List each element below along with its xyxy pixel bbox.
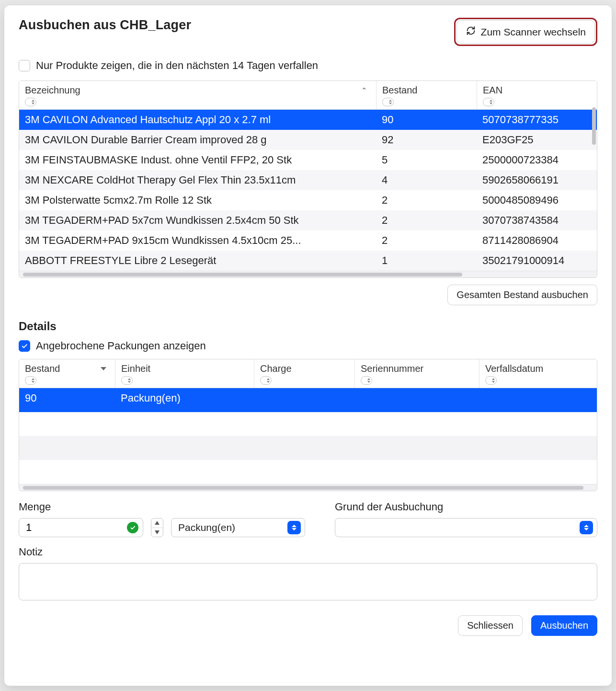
cell-name: 3M FEINSTAUBMASKE Indust. ohne Ventil FF… bbox=[19, 150, 376, 170]
cell-name: 3M NEXCARE ColdHot Therapy Gel Flex Thin… bbox=[19, 170, 376, 190]
col-bezeichnung[interactable]: Bezeichnung⌃ bbox=[19, 81, 376, 109]
cell-stock: 90 bbox=[19, 388, 115, 412]
filter-spinbox[interactable] bbox=[260, 376, 272, 385]
cell-name: 3M TEGADERM+PAD 5x7cm Wundkissen 2.5x4cm… bbox=[19, 210, 376, 230]
menge-label: Menge bbox=[19, 501, 316, 513]
col-einheit[interactable]: Einheit bbox=[115, 359, 254, 388]
cell-stock: 5 bbox=[376, 150, 477, 170]
select-arrow-icon bbox=[580, 521, 593, 534]
select-arrow-icon bbox=[287, 521, 301, 534]
book-all-stock-button[interactable]: Gesamten Bestand ausbuchen bbox=[447, 285, 597, 305]
menge-stepper[interactable] bbox=[151, 518, 163, 537]
filter-spinbox[interactable] bbox=[25, 98, 36, 106]
dialog-title: Ausbuchen aus CHB_Lager bbox=[19, 18, 191, 33]
step-down[interactable] bbox=[151, 528, 163, 537]
products-table-header: Bezeichnung⌃ Bestand EAN bbox=[19, 81, 597, 110]
notiz-label: Notiz bbox=[19, 546, 597, 558]
unit-select-value: Packung(en) bbox=[178, 522, 235, 533]
cell-unit: Packung(en) bbox=[115, 388, 254, 412]
col-charge[interactable]: Charge bbox=[254, 359, 354, 388]
products-table-body: 3M CAVILON Advanced Hautschutz Appl 20 x… bbox=[19, 110, 597, 271]
col-ean[interactable]: EAN bbox=[477, 81, 597, 109]
show-open-packs-label: Angebrochene Packungen anzeigen bbox=[36, 340, 206, 352]
cell-name: ABBOTT FREESTYLE Libre 2 Lesegerät bbox=[19, 251, 376, 271]
products-table: Bezeichnung⌃ Bestand EAN 3M CAVILON Adva… bbox=[19, 81, 597, 278]
cell-name: 3M CAVILON Durable Barrier Cream improve… bbox=[19, 130, 376, 150]
cell-stock: 90 bbox=[376, 110, 477, 130]
cell-expiry bbox=[479, 388, 597, 412]
scanner-button-highlight: Zum Scanner wechseln bbox=[454, 18, 597, 46]
details-heading: Details bbox=[19, 320, 597, 333]
submit-button[interactable]: Ausbuchen bbox=[531, 615, 597, 636]
grund-label: Grund der Ausbuchung bbox=[335, 501, 597, 513]
valid-check-icon bbox=[127, 522, 138, 533]
cell-ean: 5902658066191 bbox=[477, 170, 597, 190]
unit-select[interactable]: Packung(en) bbox=[171, 518, 305, 537]
cell-name: 3M TEGADERM+PAD 9x15cm Wundkissen 4.5x10… bbox=[19, 230, 376, 251]
notiz-textarea[interactable] bbox=[19, 563, 597, 600]
sort-asc-icon: ⌃ bbox=[361, 86, 370, 95]
cell-ean: E203GF25 bbox=[477, 130, 597, 150]
step-up[interactable] bbox=[151, 518, 163, 528]
cell-ean: 35021791000914 bbox=[477, 251, 597, 271]
table-row[interactable]: 3M Polsterwatte 5cmx2.7m Rolle 12 Stk250… bbox=[19, 190, 597, 210]
switch-to-scanner-label: Zum Scanner wechseln bbox=[481, 26, 586, 38]
cell-stock: 2 bbox=[376, 230, 477, 251]
cell-stock: 1 bbox=[376, 251, 477, 271]
cell-ean: 2500000723384 bbox=[477, 150, 597, 170]
table-row-empty bbox=[19, 412, 597, 436]
cell-name: 3M Polsterwatte 5cmx2.7m Rolle 12 Stk bbox=[19, 190, 376, 210]
cell-ean: 5070738777335 bbox=[477, 110, 597, 130]
expiring-only-checkbox[interactable] bbox=[19, 60, 30, 71]
col-seriennummer[interactable]: Seriennummer bbox=[354, 359, 479, 388]
v-scrollbar[interactable] bbox=[592, 107, 596, 145]
table-row[interactable]: ABBOTT FREESTYLE Libre 2 Lesegerät135021… bbox=[19, 251, 597, 271]
filter-spinbox[interactable] bbox=[361, 376, 372, 385]
col-bestand[interactable]: Bestand bbox=[376, 81, 477, 109]
filter-spinbox[interactable] bbox=[382, 98, 394, 106]
cell-charge bbox=[254, 388, 354, 412]
col-bestand-detail[interactable]: Bestand bbox=[19, 359, 115, 388]
filter-spinbox[interactable] bbox=[483, 98, 494, 106]
cell-ean: 8711428086904 bbox=[477, 230, 597, 251]
cell-ean: 5000485089496 bbox=[477, 190, 597, 210]
ausbuchen-dialog: Ausbuchen aus CHB_Lager Zum Scanner wech… bbox=[4, 5, 612, 686]
filter-spinbox[interactable] bbox=[121, 376, 133, 385]
table-row[interactable]: 3M FEINSTAUBMASKE Indust. ohne Ventil FF… bbox=[19, 150, 597, 170]
h-scrollbar[interactable] bbox=[19, 484, 597, 491]
reason-select[interactable] bbox=[335, 518, 597, 537]
details-table-header: Bestand Einheit Charge Seriennummer Verf… bbox=[19, 359, 597, 388]
cell-stock: 92 bbox=[376, 130, 477, 150]
table-row[interactable]: 3M CAVILON Advanced Hautschutz Appl 20 x… bbox=[19, 110, 597, 130]
filter-spinbox[interactable] bbox=[485, 376, 497, 385]
expiring-only-label: Nur Produkte zeigen, die in den nächsten… bbox=[36, 59, 318, 72]
filter-spinbox[interactable] bbox=[25, 376, 36, 385]
chevron-down-icon bbox=[101, 367, 106, 370]
h-scrollbar[interactable] bbox=[19, 271, 597, 277]
show-open-packs-checkbox[interactable] bbox=[19, 340, 30, 352]
table-row-empty bbox=[19, 436, 597, 460]
table-row-empty bbox=[19, 460, 597, 484]
menge-input[interactable] bbox=[19, 518, 143, 537]
cell-ean: 3070738743584 bbox=[477, 210, 597, 230]
table-row[interactable]: 3M CAVILON Durable Barrier Cream improve… bbox=[19, 130, 597, 150]
cell-stock: 2 bbox=[376, 190, 477, 210]
close-button[interactable]: Schliessen bbox=[458, 615, 523, 636]
table-row[interactable]: 3M TEGADERM+PAD 9x15cm Wundkissen 4.5x10… bbox=[19, 230, 597, 251]
col-verfallsdatum[interactable]: Verfallsdatum bbox=[479, 359, 597, 388]
table-row[interactable]: 90Packung(en) bbox=[19, 388, 597, 412]
cell-serial bbox=[354, 388, 479, 412]
details-table: Bestand Einheit Charge Seriennummer Verf… bbox=[19, 359, 597, 491]
sync-icon bbox=[466, 25, 476, 38]
details-table-body: 90Packung(en) bbox=[19, 388, 597, 484]
table-row[interactable]: 3M TEGADERM+PAD 5x7cm Wundkissen 2.5x4cm… bbox=[19, 210, 597, 230]
cell-stock: 2 bbox=[376, 210, 477, 230]
cell-name: 3M CAVILON Advanced Hautschutz Appl 20 x… bbox=[19, 110, 376, 130]
table-row[interactable]: 3M NEXCARE ColdHot Therapy Gel Flex Thin… bbox=[19, 170, 597, 190]
cell-stock: 4 bbox=[376, 170, 477, 190]
switch-to-scanner-button[interactable]: Zum Scanner wechseln bbox=[456, 20, 595, 44]
